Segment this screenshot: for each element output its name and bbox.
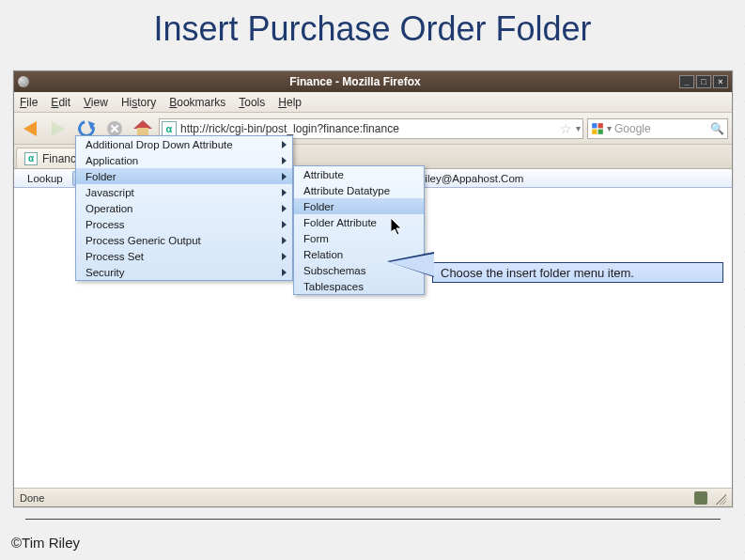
submenu-item-attribute-datatype[interactable]: Attribute Datatype [294,182,424,198]
submenu-arrow-icon [282,205,287,212]
slide-title: Insert Purchase Order Folder [0,9,745,49]
search-icon[interactable]: 🔍 [710,122,724,135]
copyright-text: ©Tim Riley [11,535,80,551]
menu-item-application[interactable]: Application [76,152,292,168]
window-titlebar: Finance - Mozilla Firefox _ □ × [14,71,732,92]
menu-item-label: Tablespaces [303,281,364,292]
bookmark-star-icon[interactable]: ☆ [560,121,572,136]
menu-item-label: Security [85,267,125,278]
menu-item-process-set[interactable]: Process Set [76,248,292,264]
menu-item-process-generic-output[interactable]: Process Generic Output [76,232,292,248]
callout-text: Choose the insert folder menu item. [441,266,634,280]
menu-item-label: Process [85,219,125,230]
menu-item-label: Form [303,233,329,244]
menu-item-label: Folder Attribute [303,217,377,228]
menu-item-label: Application [85,155,138,166]
submenu-arrow-icon [282,269,287,276]
submenu-arrow-icon [282,253,287,260]
menu-item-process[interactable]: Process [76,216,292,232]
menu-item-security[interactable]: Security [76,264,292,280]
menu-item-label: Subschemas [303,265,365,276]
menu-item-label: Operation [85,203,133,214]
url-dropdown-icon[interactable]: ▾ [576,123,581,133]
submenu-arrow-icon [282,157,287,164]
menu-item-label: Folder [85,171,116,182]
menu-edit[interactable]: Edit [51,96,70,109]
menu-item-additional-drop-down-attribute[interactable]: Additional Drop Down Attribute [76,136,292,152]
submenu-arrow-icon [282,141,287,148]
menu-item-label: Javascript [85,187,134,198]
menu-item-label: Attribute Datatype [303,185,390,196]
menu-item-label: Relation [303,249,343,260]
status-text: Done [20,492,44,504]
submenu-arrow-icon [282,221,287,228]
minimize-button[interactable]: _ [679,75,694,88]
submenu-item-folder-attribute[interactable]: Folder Attribute [294,214,424,230]
submenu-arrow-icon [282,237,287,244]
url-text: http://rick/cgi-bin/post_login?finance:f… [180,122,556,135]
svg-rect-0 [592,123,597,128]
window-menu-icon[interactable] [18,76,29,87]
appmenu-lookup[interactable]: Lookup [18,171,72,186]
search-placeholder: Google [614,122,707,135]
forward-arrow-icon [52,121,65,136]
submenu-arrow-icon [282,189,287,196]
menu-item-label: Process Generic Output [85,235,201,246]
menu-item-folder[interactable]: Folder [76,168,292,184]
back-arrow-icon [23,121,37,136]
menu-tools[interactable]: Tools [239,96,265,109]
forward-button[interactable] [46,117,70,141]
menu-item-label: Additional Drop Down Attribute [85,139,233,150]
divider-line [25,519,721,520]
submenu-item-attribute[interactable]: Attribute [294,166,424,182]
search-engine-dropdown-icon[interactable]: ▾ [607,123,612,133]
insert-dropdown: Additional Drop Down Attribute Applicati… [75,135,293,281]
home-icon [134,121,151,136]
svg-rect-1 [598,123,603,128]
status-bar: Done [14,488,732,506]
statusbar-addon-icon[interactable] [694,491,707,505]
menu-history[interactable]: History [121,96,156,109]
window-title: Finance - Mozilla Firefox [33,75,677,88]
submenu-item-form[interactable]: Form [294,230,424,246]
maximize-button[interactable]: □ [696,75,711,88]
site-favicon-icon: α [162,121,177,136]
menu-item-label: Folder [303,201,334,212]
menu-item-operation[interactable]: Operation [76,200,292,216]
menu-file[interactable]: File [20,96,38,109]
tab-favicon-icon: α [24,152,38,165]
menu-help[interactable]: Help [278,96,302,109]
menu-item-label: Attribute [303,169,344,180]
svg-marker-4 [391,218,401,235]
google-icon [591,122,604,135]
mouse-cursor-icon [391,218,404,237]
menu-file-label: ile [26,96,38,109]
submenu-item-tablespaces[interactable]: Tablespaces [294,278,424,294]
svg-rect-2 [592,129,597,133]
menu-view[interactable]: View [84,96,108,109]
menu-bookmarks[interactable]: Bookmarks [169,96,225,109]
submenu-arrow-icon [282,173,287,180]
close-button[interactable]: × [713,75,728,88]
resize-grip-icon[interactable] [713,491,726,505]
stop-icon [107,121,122,136]
back-button[interactable] [18,117,42,141]
svg-rect-3 [598,129,603,133]
instruction-callout: Choose the insert folder menu item. [432,262,723,283]
menu-item-label: Process Set [85,251,144,262]
menu-item-javascript[interactable]: Javascript [76,184,292,200]
submenu-item-folder[interactable]: Folder [294,198,424,214]
browser-menubar: File Edit View History Bookmarks Tools H… [14,92,732,113]
search-box[interactable]: ▾ Google 🔍 [587,118,728,139]
